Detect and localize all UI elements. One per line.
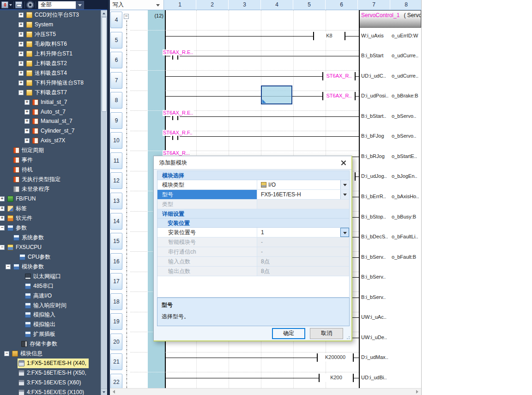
sidebar-item[interactable]: +Initial_st_7 (0, 97, 101, 107)
sidebar-item[interactable]: +CCD对位平台ST3 (0, 10, 101, 20)
tree-item-content[interactable]: 事件 (12, 155, 35, 165)
dropdown-arrow-icon[interactable] (340, 190, 349, 199)
tree-item-content[interactable]: 下料吸盘ST7 (25, 88, 69, 97)
tree-expand-icon[interactable]: + (18, 61, 24, 66)
sidebar-item[interactable]: +上料吸盘ST2 (0, 59, 101, 68)
sidebar-item[interactable]: −参数 (0, 223, 101, 233)
tree-item-content[interactable]: 软元件 (6, 213, 35, 223)
ladder-row-number[interactable]: 12 (110, 172, 122, 189)
sidebar-item[interactable]: 存储卡参数 (0, 339, 101, 349)
sidebar-item[interactable]: +Cylinder_st_7 (0, 126, 101, 136)
fb-instance-header[interactable]: ServoControl_1( ServoC (359, 10, 421, 28)
sidebar-item[interactable]: +上料升降台ST1 (0, 49, 101, 59)
ladder-row-number[interactable]: 21 (110, 353, 122, 370)
collapse-tree-icon[interactable] (15, 1, 22, 8)
ladder-row-number[interactable]: 6 (110, 52, 122, 68)
scroll-down-icon[interactable] (101, 389, 107, 395)
tree-item-content[interactable]: 恒定周期 (12, 146, 46, 155)
tree-expand-icon[interactable]: + (18, 12, 24, 18)
tree-collapse-icon[interactable]: − (0, 225, 5, 231)
sidebar-item[interactable]: +FB/FUN (0, 194, 101, 204)
tree-item-content[interactable]: 存储卡参数 (20, 339, 60, 349)
ladder-row-number[interactable]: 17 (110, 273, 122, 290)
sidebar-item[interactable]: 无执行类型指定 (0, 175, 101, 184)
tree-expand-icon[interactable]: + (18, 51, 24, 56)
sidebar-item[interactable]: +软元件 (0, 213, 101, 223)
sidebar-item[interactable]: 扩展插板 (0, 329, 101, 339)
tree-item-content[interactable]: 标签 (6, 204, 29, 213)
tree-item-content[interactable]: 高速I/O (24, 291, 54, 301)
sidebar-item[interactable]: 未登录程序 (0, 184, 101, 194)
ladder-row-number[interactable]: 8 (110, 92, 122, 109)
tree-expand-icon[interactable]: + (18, 80, 24, 85)
selected-cell-cursor[interactable] (261, 85, 292, 104)
sidebar-item[interactable]: 模拟输入 (0, 310, 101, 320)
ladder-row-number[interactable]: 20 (110, 334, 122, 350)
tree-item-content[interactable]: 以太网端口 (24, 272, 63, 281)
sidebar-item[interactable]: 输入响应时间 (0, 301, 101, 310)
tree-expand-icon[interactable]: + (0, 196, 5, 201)
ladder-row-number[interactable]: 16 (110, 253, 122, 270)
dropdown-arrow-icon[interactable] (340, 228, 349, 237)
sidebar-item[interactable]: −FX5UCPU (0, 243, 101, 252)
tree-item-content[interactable]: FB/FUN (6, 194, 38, 204)
tree-expand-icon[interactable]: + (18, 71, 24, 76)
constant-bracket[interactable]: K8 (313, 32, 345, 40)
tree-expand-icon[interactable]: + (24, 119, 30, 124)
cancel-button[interactable]: 取消 (310, 328, 343, 339)
sidebar-item[interactable]: −模块参数 (0, 262, 101, 272)
dialog-titlebar[interactable]: 添加新模块 (154, 156, 351, 170)
dropdown-arrow-icon[interactable] (76, 1, 84, 9)
scroll-left-icon[interactable] (113, 390, 115, 394)
dropdown-arrow-icon[interactable] (340, 180, 349, 189)
resize-grip-icon[interactable] (345, 335, 350, 339)
coil-bracket[interactable]: ST6AX_R.. (322, 72, 356, 80)
sidebar-item[interactable]: +Axis_st7X (0, 136, 101, 146)
ok-button[interactable]: 确定 (272, 328, 305, 339)
tree-item-content[interactable]: Axis_st7X (31, 136, 67, 146)
tree-item-content[interactable]: 待机 (12, 165, 35, 175)
tree-item-content[interactable]: CPU参数 (18, 252, 53, 262)
tree-item-content[interactable]: Auto_st_7 (31, 107, 68, 117)
tree-item-content[interactable]: 模块信息 (11, 349, 45, 359)
tree-item-content[interactable]: 无执行类型指定 (12, 175, 63, 184)
sidebar-item[interactable]: +下料升降输送台ST8 (0, 78, 101, 88)
sidebar-item[interactable]: 系统参数 (0, 233, 101, 243)
sidebar-item[interactable]: 1:FX5-16ET/ES-H (X40, (0, 359, 101, 368)
gear-icon[interactable] (27, 1, 34, 8)
sidebar-item[interactable]: 2:FX5-16ET/ES-H (X50, (0, 368, 101, 378)
tree-item-content[interactable]: 模块参数 (12, 262, 46, 272)
tree-item-content[interactable]: 上料升降台ST1 (25, 49, 75, 59)
ladder-row-number[interactable]: 10 (110, 132, 122, 149)
tree-item-content[interactable]: 输入响应时间 (24, 301, 69, 310)
sidebar-item[interactable]: −下料吸盘ST7 (0, 88, 101, 97)
sidebar-item[interactable]: 事件 (0, 155, 101, 165)
tree-item-content[interactable]: 3:FX5-16EX/ES (X60) (18, 378, 83, 388)
tree-item-content[interactable]: 系统参数 (12, 233, 46, 243)
scroll-right-icon[interactable] (416, 390, 418, 394)
dialog-field-row[interactable]: 型号FX5-16ET/ES-H (157, 190, 349, 200)
sidebar-item[interactable]: +毛刷取料ST6 (0, 39, 101, 49)
tree-item-content[interactable]: 模拟输出 (24, 320, 58, 329)
tree-expand-icon[interactable]: + (18, 42, 24, 47)
sidebar-item[interactable]: 模拟输出 (0, 320, 101, 329)
tree-scrollbar-thumb[interactable] (102, 17, 107, 112)
sidebar-item[interactable]: 3:FX5-16EX/ES (X60) (0, 378, 101, 388)
ladder-row-number[interactable]: 7 (110, 72, 122, 89)
constant-bracket[interactable]: K200000 (317, 353, 354, 362)
tree-collapse-icon[interactable]: − (0, 245, 5, 250)
tree-item-content[interactable]: Cylinder_st_7 (31, 126, 77, 136)
tree-scrollbar[interactable] (101, 10, 107, 395)
sidebar-item[interactable]: +冲压ST5 (0, 30, 101, 39)
dialog-field-row[interactable]: 模块类型I/O (157, 180, 349, 190)
tree-item-content[interactable]: FX5UCPU (6, 243, 44, 252)
ladder-row-number[interactable]: 13 (110, 193, 122, 209)
sidebar-item[interactable]: 恒定周期 (0, 146, 101, 155)
tree-item-content[interactable]: CCD对位平台ST3 (25, 10, 81, 20)
ladder-row-number[interactable]: 5 (110, 32, 122, 49)
sidebar-item[interactable]: 待机 (0, 165, 101, 175)
sidebar-item[interactable]: 以太网端口 (0, 272, 101, 281)
coil-bracket[interactable]: ST6AX_R.. (322, 92, 356, 100)
constant-bracket[interactable]: K200 (319, 374, 354, 382)
tree-item-content[interactable]: 模拟输入 (24, 310, 58, 320)
